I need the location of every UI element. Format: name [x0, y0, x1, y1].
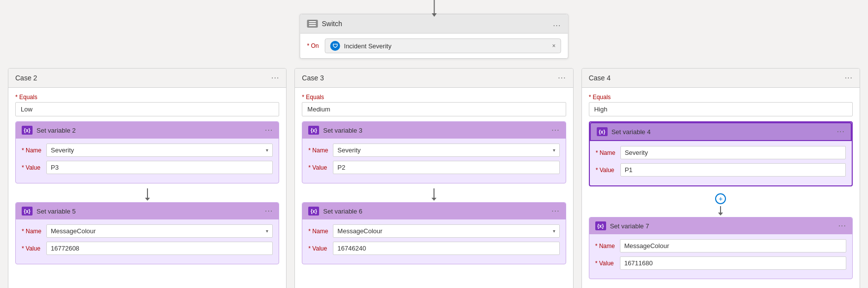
- chevron-down-icon: ▾: [266, 147, 268, 153]
- cases-row: Case 2 ··· Equals Low {x}: [0, 68, 868, 288]
- set-variable-6-header-left: {x} Set variable 6: [308, 207, 362, 216]
- set-variable-5-title: Set variable 5: [36, 208, 76, 215]
- set-variable-7-more-button[interactable]: ···: [838, 221, 846, 230]
- arrow-head: [718, 213, 723, 216]
- set-variable-6-header: {x} Set variable 6 ···: [302, 203, 565, 219]
- case-3-body: Equals Medium {x} Set variable 3: [295, 88, 573, 275]
- set-variable-7-name-select[interactable]: MessageColour: [620, 239, 846, 252]
- set-variable-4-name-label: Name: [596, 149, 615, 156]
- set-variable-2-header: {x} Set variable 2 ···: [16, 122, 279, 139]
- connector-arrow-top: [434, 0, 434, 14]
- canvas: Switch ... On 🛡 Incident Severity ×: [0, 0, 868, 288]
- switch-on-row: On 🛡 Incident Severity ×: [307, 38, 561, 53]
- chevron-down-icon: ▾: [553, 228, 555, 234]
- set-variable-2-more-button[interactable]: ···: [265, 126, 273, 135]
- set-variable-4-more-button[interactable]: ···: [837, 127, 845, 136]
- set-variable-5-name-select[interactable]: MessageColour ▾: [46, 224, 273, 238]
- variable-icon: {x}: [22, 207, 33, 216]
- set-variable-2-body: Name Severity ▾ Value P3: [16, 139, 279, 183]
- case-4-panel: Case 4 ··· Equals High {x}: [581, 68, 860, 288]
- set-variable-5-value-input[interactable]: 16772608: [46, 242, 273, 255]
- case-4-header: Case 4 ···: [582, 69, 860, 88]
- case-2-equals-label: Equals: [15, 94, 279, 101]
- set-variable-4-title: Set variable 4: [612, 128, 651, 136]
- set-variable-3-name-label: Name: [308, 147, 328, 154]
- set-variable-6-name-select[interactable]: MessageColour ▾: [333, 224, 559, 238]
- set-variable-2-value-row: Value P3: [22, 161, 273, 174]
- case-2-header: Case 2 ···: [8, 69, 286, 88]
- set-variable-5-name-row: Name MessageColour ▾: [22, 224, 273, 238]
- set-variable-7-value-input[interactable]: 16711680: [620, 256, 846, 270]
- set-variable-7-body: Name MessageColour Value 16711680: [589, 234, 852, 279]
- switch-icon-line: [309, 21, 316, 22]
- set-variable-7-value-label: Value: [595, 260, 615, 267]
- case-2-body: Equals Low {x} Set variable 2: [8, 88, 286, 275]
- set-variable-3-title: Set variable 3: [323, 127, 362, 134]
- variable-icon: {x}: [597, 127, 608, 136]
- case-3-equals-input[interactable]: Medium: [302, 102, 566, 116]
- set-variable-3-name-row: Name Severity ▾: [308, 144, 559, 157]
- incident-severity-icon: 🛡: [330, 41, 340, 51]
- set-variable-3-header-left: {x} Set variable 3: [308, 126, 362, 135]
- variable-icon: {x}: [22, 126, 33, 135]
- case-3-panel: Case 3 ··· Equals Medium {x}: [294, 68, 573, 288]
- set-variable-3-header: {x} Set variable 3 ···: [302, 122, 565, 139]
- set-variable-2-value-input[interactable]: P3: [46, 161, 273, 174]
- variable-icon: {x}: [308, 126, 319, 135]
- set-variable-2-value-label: Value: [22, 164, 41, 171]
- set-variable-3-value-label: Value: [308, 164, 328, 171]
- set-variable-2-header-left: {x} Set variable 2: [22, 126, 76, 135]
- set-variable-4-header-left: {x} Set variable 4: [597, 127, 651, 136]
- pill-close-button[interactable]: ×: [552, 42, 555, 49]
- shield-icon: 🛡: [332, 43, 338, 49]
- set-variable-3-more-button[interactable]: ···: [551, 126, 559, 135]
- set-variable-6-value-row: Value 16746240: [308, 242, 559, 255]
- switch-value-pill[interactable]: 🛡 Incident Severity ×: [325, 38, 561, 53]
- set-variable-7-name-label: Name: [595, 243, 615, 250]
- add-step-connector: +: [589, 191, 853, 213]
- switch-icon-lines: [309, 21, 316, 26]
- switch-on-value: Incident Severity: [344, 42, 392, 50]
- set-variable-5-name-label: Name: [22, 228, 41, 235]
- case-2-panel: Case 2 ··· Equals Low {x}: [8, 68, 287, 288]
- case-4-equals-group: Equals High: [589, 94, 853, 116]
- set-variable-7-value-row: Value 16711680: [595, 256, 846, 270]
- case-2-equals-input[interactable]: Low: [15, 102, 279, 116]
- set-variable-6-value-input[interactable]: 16746240: [333, 242, 559, 255]
- set-variable-3-name-select[interactable]: Severity ▾: [333, 144, 559, 157]
- set-variable-3-value-input[interactable]: P2: [333, 161, 559, 174]
- connector-line: [720, 206, 721, 213]
- set-variable-4-name-select[interactable]: Severity: [620, 146, 846, 159]
- set-variable-4-value-input[interactable]: P1: [620, 163, 846, 177]
- set-variable-6-more-button[interactable]: ···: [551, 207, 559, 216]
- case-2-more-button[interactable]: ···: [271, 73, 279, 82]
- set-variable-6-name-label: Name: [308, 228, 328, 235]
- switch-header: Switch ...: [300, 14, 568, 34]
- set-variable-2-name-row: Name Severity ▾: [22, 144, 273, 157]
- switch-on-label: On: [307, 42, 319, 49]
- case-3-header: Case 3 ···: [295, 69, 573, 88]
- case-4-equals-input[interactable]: High: [589, 102, 853, 116]
- set-variable-4-block: {x} Set variable 4 ··· Name Severity: [589, 121, 853, 186]
- add-step-button[interactable]: +: [715, 193, 726, 204]
- set-variable-4-body: Name Severity Value P1: [590, 141, 852, 185]
- switch-more-button[interactable]: ...: [553, 19, 561, 28]
- chevron-down-icon: ▾: [266, 228, 268, 234]
- case-3-equals-label: Equals: [302, 94, 566, 101]
- case-3-more-button[interactable]: ···: [558, 73, 566, 82]
- set-variable-7-name-row: Name MessageColour: [595, 239, 846, 252]
- set-variable-6-value-label: Value: [308, 245, 328, 252]
- switch-icon: [307, 20, 318, 28]
- set-variable-5-more-button[interactable]: ···: [265, 207, 273, 216]
- switch-body: On 🛡 Incident Severity ×: [300, 34, 568, 58]
- set-variable-5-value-label: Value: [22, 245, 41, 252]
- set-variable-3-value-row: Value P2: [308, 161, 559, 174]
- case-4-more-button[interactable]: ···: [845, 73, 853, 82]
- set-variable-2-block: {x} Set variable 2 ··· Name Severity ▾: [15, 121, 279, 183]
- set-variable-7-header: {x} Set variable 7 ···: [589, 217, 852, 234]
- chevron-down-icon: ▾: [553, 147, 555, 153]
- set-variable-4-header: {x} Set variable 4 ···: [590, 122, 852, 141]
- set-variable-2-name-label: Name: [22, 147, 41, 154]
- connector-arrow-case2: [15, 188, 279, 198]
- set-variable-2-name-select[interactable]: Severity ▾: [46, 144, 273, 157]
